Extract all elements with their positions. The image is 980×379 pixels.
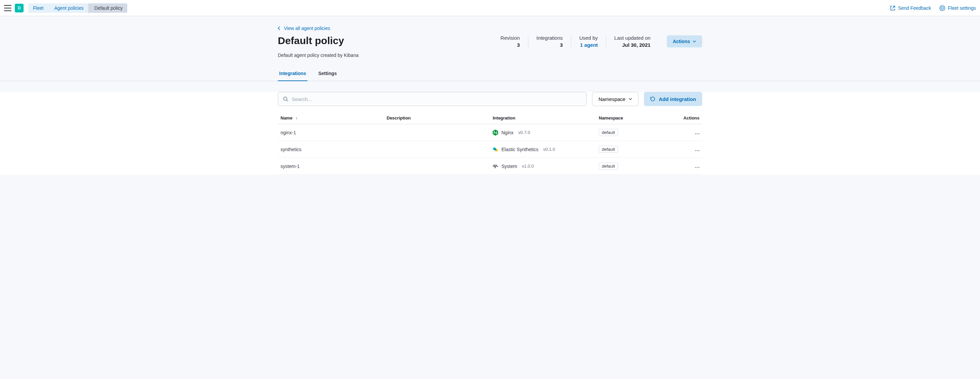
namespace-badge: default	[599, 163, 618, 170]
nginx-icon	[493, 130, 498, 135]
cell-integration: System v1.0.0	[490, 158, 596, 175]
col-integration[interactable]: Integration	[490, 112, 596, 124]
menu-icon[interactable]	[4, 5, 11, 11]
namespace-badge: default	[599, 146, 618, 153]
namespace-label: Namespace	[598, 96, 625, 102]
integration-version: v0.7.0	[518, 130, 530, 135]
topbar: D Fleet Agent policies Default policy Se…	[0, 0, 980, 16]
breadcrumb-current: Default policy	[88, 3, 127, 13]
chevron-down-icon	[693, 40, 696, 43]
integration-version: v0.1.0	[543, 147, 555, 152]
chevron-down-icon	[629, 98, 632, 100]
cell-name: synthetics	[278, 141, 384, 158]
cell-name: system-1	[278, 158, 384, 175]
add-integration-button[interactable]: Add integration	[644, 92, 702, 106]
cell-actions	[673, 158, 702, 175]
send-feedback-label: Send Feedback	[898, 5, 931, 11]
meta-updated-label: Last updated on	[614, 35, 651, 41]
page-content: View all agent policies Default policy R…	[278, 16, 702, 81]
namespace-badge: default	[599, 129, 618, 136]
tabs: Integrations Settings	[278, 67, 702, 81]
cell-integration: Nginx v0.7.0	[490, 124, 596, 141]
meta-usedby-label: Used by	[579, 35, 598, 41]
cell-description	[384, 141, 490, 158]
chevron-left-icon	[278, 26, 280, 30]
meta-revision: Revision 3	[500, 35, 528, 48]
col-namespace[interactable]: Namespace	[596, 112, 673, 124]
meta-integrations: Integrations 3	[528, 35, 571, 48]
toolbar: Namespace Add integration	[278, 92, 702, 106]
integrations-table: Name ↑ Description Integration Namespace…	[278, 112, 702, 175]
back-link-label: View all agent policies	[284, 25, 330, 31]
meta-bar: Revision 3 Integrations 3 Used by 1 agen…	[500, 35, 659, 48]
gear-icon	[939, 5, 945, 11]
meta-usedby-value[interactable]: 1 agent	[579, 42, 598, 48]
namespace-button[interactable]: Namespace	[592, 92, 638, 106]
integration-name: Nginx	[501, 130, 514, 135]
table-row: synthetics Elastic Synthetics v0.1.0 def…	[278, 141, 702, 158]
external-link-icon	[890, 5, 896, 11]
cell-namespace: default	[596, 141, 673, 158]
page-subtitle: Default agent policy created by Kibana	[278, 52, 702, 58]
svg-point-4	[495, 148, 496, 150]
col-name[interactable]: Name ↑	[278, 112, 384, 124]
page-title: Default policy	[278, 35, 344, 46]
table-row: system-1 System v1.0.0 default	[278, 158, 702, 175]
actions-button-label: Actions	[673, 39, 690, 44]
search-icon	[283, 96, 288, 101]
cell-description	[384, 158, 490, 175]
avatar[interactable]: D	[15, 4, 24, 13]
breadcrumb: Fleet Agent policies Default policy	[28, 3, 127, 13]
col-name-label: Name	[280, 116, 292, 121]
svg-point-0	[283, 97, 287, 100]
meta-updated: Last updated on Jul 30, 2021	[606, 35, 659, 48]
cell-namespace: default	[596, 158, 673, 175]
actions-button[interactable]: Actions	[667, 35, 702, 48]
refresh-icon	[650, 96, 655, 101]
cell-name: nginx-1	[278, 124, 384, 141]
meta-usedby: Used by 1 agent	[571, 35, 606, 48]
meta-revision-value: 3	[500, 42, 520, 48]
row-actions-icon[interactable]	[695, 167, 700, 168]
cell-integration: Elastic Synthetics v0.1.0	[490, 141, 596, 158]
tab-settings[interactable]: Settings	[317, 67, 338, 81]
breadcrumb-agent-policies[interactable]: Agent policies	[48, 3, 88, 13]
integration-name: System	[501, 163, 517, 169]
cell-namespace: default	[596, 124, 673, 141]
send-feedback-link[interactable]: Send Feedback	[890, 5, 931, 11]
page-header: Default policy Revision 3 Integrations 3…	[278, 35, 702, 48]
meta-integrations-value: 3	[536, 42, 563, 48]
sort-ascending-icon: ↑	[296, 116, 298, 120]
breadcrumb-fleet[interactable]: Fleet	[28, 3, 48, 13]
search-wrapper	[278, 92, 587, 106]
integration-name: Elastic Synthetics	[501, 147, 538, 152]
col-actions: Actions	[673, 112, 702, 124]
add-integration-label: Add integration	[659, 96, 696, 102]
table-row: nginx-1 Nginx v0.7.0 default	[278, 124, 702, 141]
system-icon	[493, 163, 498, 169]
tab-integrations[interactable]: Integrations	[278, 67, 307, 81]
elastic-icon	[493, 147, 498, 152]
back-link[interactable]: View all agent policies	[278, 25, 330, 31]
fleet-settings-label: Fleet settings	[948, 5, 976, 11]
cell-actions	[673, 124, 702, 141]
search-input[interactable]	[292, 96, 582, 102]
fleet-settings-link[interactable]: Fleet settings	[939, 5, 976, 11]
integration-version: v1.0.0	[522, 163, 534, 169]
cell-description	[384, 124, 490, 141]
col-description[interactable]: Description	[384, 112, 490, 124]
meta-revision-label: Revision	[500, 35, 520, 41]
cell-actions	[673, 141, 702, 158]
row-actions-icon[interactable]	[695, 133, 700, 134]
meta-integrations-label: Integrations	[536, 35, 563, 41]
topbar-right: Send Feedback Fleet settings	[890, 5, 976, 11]
row-actions-icon[interactable]	[695, 150, 700, 151]
meta-updated-value: Jul 30, 2021	[614, 42, 651, 48]
topbar-left: D Fleet Agent policies Default policy	[4, 3, 127, 13]
